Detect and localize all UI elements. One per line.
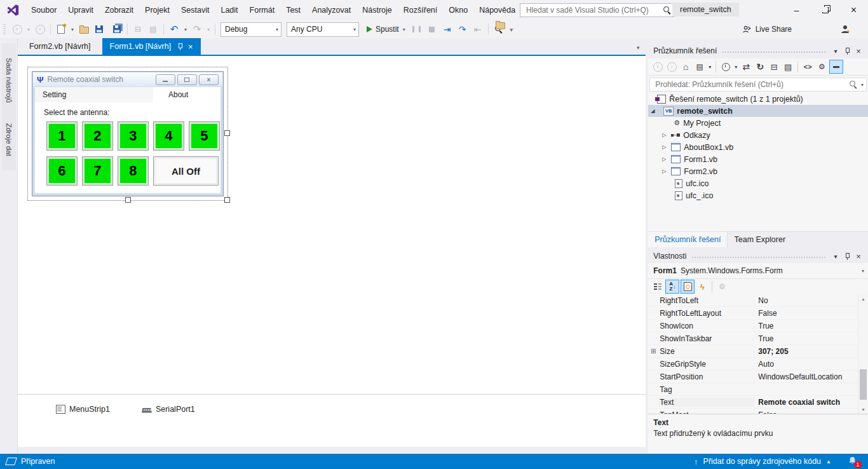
antenna-button-7[interactable]: 7 [82, 156, 113, 186]
pending-changes-filter-button[interactable] [719, 60, 732, 73]
designed-form[interactable]: Ψ Remote coaxial switch × Setting About [32, 71, 224, 196]
menu-item-about[interactable]: About [153, 87, 220, 102]
menu-rozsireni[interactable]: Rozšíření [398, 0, 444, 20]
expand-icon[interactable]: ⊞ [648, 348, 658, 355]
toolbox-vertical-tab[interactable]: Sada nástrojů [2, 43, 16, 117]
menu-format[interactable]: Formát [244, 0, 281, 20]
close-icon[interactable]: × [853, 252, 864, 261]
menu-okno[interactable]: Okno [443, 0, 473, 20]
antenna-button-2[interactable]: 2 [82, 121, 113, 151]
window-position-dropdown[interactable]: ▾ [830, 48, 841, 55]
form-close-button[interactable]: × [199, 74, 219, 85]
antenna-button-6[interactable]: 6 [46, 156, 78, 186]
tree-row-references[interactable]: ▷ Odkazy [648, 129, 868, 141]
open-file-button[interactable] [77, 22, 91, 36]
tray-serialport1[interactable]: SerialPort1 [142, 405, 195, 414]
solution-platform-select[interactable]: Any CPU▾ [287, 22, 359, 37]
undo-dropdown[interactable]: ▾ [182, 22, 189, 36]
data-sources-vertical-tab[interactable]: Zdroje dat [2, 109, 16, 170]
events-button[interactable]: ϟ [696, 280, 709, 293]
property-grid-scrollbar[interactable]: ▲ ▼ [858, 294, 868, 414]
categorized-button[interactable] [651, 280, 664, 293]
back-button[interactable]: ‹ [651, 60, 664, 73]
restore-button[interactable] [811, 0, 839, 20]
menu-upravit[interactable]: Upravit [62, 0, 99, 20]
pin-icon[interactable] [841, 253, 853, 260]
solution-explorer-header[interactable]: Průzkumník řešení ▾ × [648, 43, 868, 58]
minimize-button[interactable]: – [782, 0, 811, 20]
document-list-dropdown[interactable]: ▼ [635, 45, 641, 51]
stop-button[interactable] [425, 22, 439, 36]
sync-with-active-document-button[interactable]: ⇄ [740, 60, 752, 73]
tab-solution-explorer[interactable]: Průzkumník řešení [648, 232, 728, 247]
alphabetical-button[interactable]: AZ↓ [665, 280, 679, 294]
property-row-text[interactable]: TextRemote coaxial switch [648, 396, 868, 409]
menu-test[interactable]: Test [280, 0, 306, 20]
properties-button[interactable]: ⚙ [815, 60, 828, 73]
designed-menustrip[interactable]: Setting About [35, 87, 220, 102]
step-into-button[interactable]: ⇥ [440, 22, 454, 36]
pin-icon[interactable] [841, 48, 853, 55]
home-button[interactable]: ⌂ [679, 60, 692, 73]
antenna-button-3[interactable]: 3 [118, 121, 149, 151]
sign-in-avatar-button[interactable] [840, 24, 850, 34]
property-row[interactable]: SizeGripStyleAuto [648, 358, 868, 370]
menu-ladit[interactable]: Ladit [215, 0, 243, 20]
scrollbar-thumb[interactable] [860, 369, 867, 400]
redo-button[interactable]: ↷ [190, 22, 204, 36]
antenna-button-8[interactable]: 8 [118, 156, 149, 186]
close-tab-icon[interactable]: × [188, 42, 193, 51]
pin-icon[interactable] [177, 43, 183, 50]
properties-header[interactable]: Vlastnosti ▾ × [648, 249, 868, 263]
property-row-size[interactable]: ⊞Size307; 205 [648, 345, 868, 358]
search-input[interactable] [525, 5, 663, 15]
window-position-dropdown[interactable]: ▾ [830, 253, 841, 260]
property-row[interactable]: TopMostFalse [648, 409, 868, 414]
resize-handle-bottom[interactable] [125, 197, 131, 203]
property-row[interactable]: RightToLeftLayoutFalse [648, 307, 868, 320]
toolbar-grip[interactable] [3, 24, 6, 34]
solution-search-box[interactable]: ▾ [649, 78, 867, 92]
designed-form-titlebar[interactable]: Ψ Remote coaxial switch × [33, 72, 222, 86]
property-row[interactable]: RightToLeftNo [648, 294, 868, 307]
form-minimize-button[interactable] [156, 74, 175, 85]
tree-row-form2[interactable]: ▷ Form2.vb [648, 165, 868, 177]
pause-button[interactable] [410, 22, 424, 36]
tab-form2-design[interactable]: Form2.vb [Návrh] [22, 38, 98, 55]
save-all-button[interactable] [110, 22, 124, 36]
find-in-files-button[interactable] [492, 22, 506, 36]
expander-closed-icon[interactable]: ▷ [660, 144, 668, 150]
tree-row-form1[interactable]: ▷ Form1.vb [648, 153, 868, 165]
indent-button[interactable]: ▤ [146, 22, 160, 36]
view-code-button[interactable]: <> [801, 60, 814, 73]
resize-handle-corner[interactable] [224, 197, 230, 203]
navigate-back-button[interactable]: ‹ [10, 22, 24, 36]
notifications-button[interactable]: 1 [848, 456, 859, 467]
new-project-dropdown[interactable]: ▾ [69, 22, 76, 36]
antenna-button-4[interactable]: 4 [153, 121, 184, 151]
navigate-back-dropdown[interactable]: ▾ [25, 22, 32, 36]
undo-button[interactable]: ↶ [167, 22, 181, 36]
tab-form1-design[interactable]: Form1.vb [Návrh] × [102, 38, 201, 55]
tree-row-solution[interactable]: Řešení remote_switch (1 z 1 projektů) [648, 93, 868, 105]
collapse-all-button[interactable]: ⊟ [768, 60, 780, 73]
switch-views-dropdown[interactable]: ▾ [707, 60, 712, 73]
antenna-button-1[interactable]: 1 [46, 121, 78, 151]
outdent-button[interactable]: ⊟ [131, 22, 145, 36]
close-button[interactable]: × [839, 0, 868, 20]
tree-row-project[interactable]: ◢ VB remote_switch [648, 105, 868, 117]
menu-zobrazit[interactable]: Zobrazit [99, 0, 139, 20]
menu-sestavit[interactable]: Sestavit [175, 0, 215, 20]
toolbar-overflow-button[interactable]: —▾ [507, 22, 516, 36]
object-selector[interactable]: Form1 System.Windows.Forms.Form ▾ [648, 263, 868, 279]
quick-search-box[interactable] [520, 3, 674, 17]
preview-selected-items-button[interactable] [829, 60, 843, 74]
expander-open-icon[interactable]: ◢ [648, 108, 657, 114]
tree-row-ufc2-ico[interactable]: ufc_.ico [648, 189, 868, 201]
menu-analyzovat[interactable]: Analyzovat [306, 0, 356, 20]
properties-view-button[interactable] [681, 280, 695, 294]
close-icon[interactable]: × [853, 46, 864, 56]
property-row[interactable]: ShowIconTrue [648, 320, 868, 332]
new-project-button[interactable]: ✱ [54, 22, 68, 36]
menu-item-setting[interactable]: Setting [35, 90, 74, 99]
